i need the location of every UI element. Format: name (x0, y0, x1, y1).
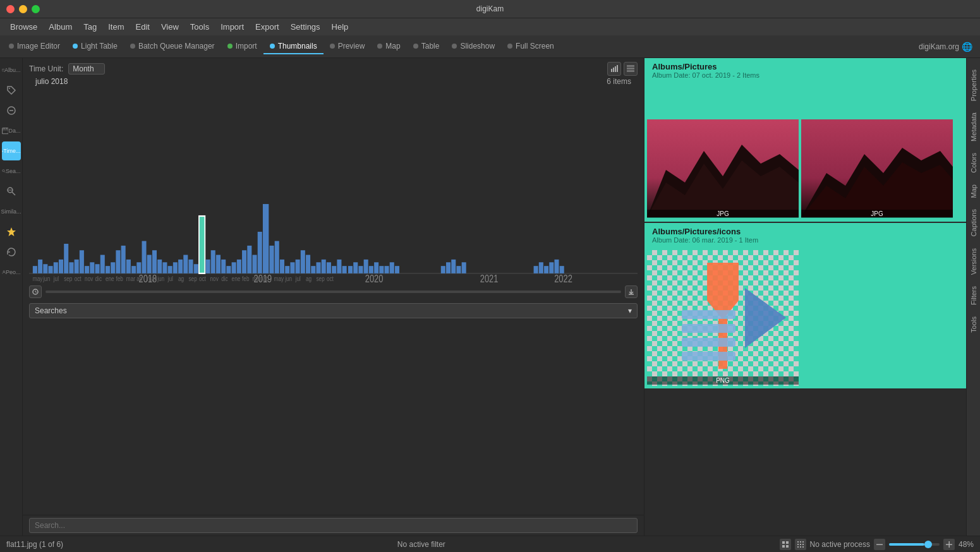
rs-tab-captions[interactable]: Captions (967, 204, 980, 241)
svg-rect-92 (342, 266, 347, 273)
svg-rect-89 (327, 262, 331, 273)
tab-preview-label: Preview (338, 42, 365, 51)
status-icon-1[interactable] (780, 539, 791, 550)
menu-tools[interactable]: Tools (185, 21, 214, 33)
searches-dropdown[interactable]: Searches ▾ (29, 303, 638, 318)
menu-edit[interactable]: Edit (130, 21, 154, 33)
svg-rect-75 (252, 255, 257, 273)
menu-item[interactable]: Item (103, 21, 129, 33)
status-icon-2[interactable] (795, 539, 806, 550)
svg-rect-71 (232, 262, 236, 273)
rs-tab-versions[interactable]: Versions (967, 243, 980, 280)
chart-zoom-out-btn[interactable] (624, 62, 638, 76)
svg-text:jul: jul (295, 275, 301, 282)
tab-map[interactable]: Map (371, 39, 406, 54)
checkerboard-bg (647, 250, 799, 386)
menu-album[interactable]: Album (44, 21, 77, 33)
tab-fullscreen[interactable]: Full Screen (501, 39, 560, 54)
thumbnail-jpg-1[interactable]: JPG (647, 119, 799, 219)
timeline-prev-btn[interactable] (29, 285, 42, 298)
timeline-next-btn[interactable] (625, 285, 638, 298)
sidebar-item-similar[interactable]: Simila... (2, 202, 21, 221)
main-area: Albu... Da... Time... Sea... Simila... (0, 58, 980, 536)
maximize-button[interactable] (32, 5, 40, 13)
rs-tab-properties[interactable]: Properties (967, 64, 980, 106)
svg-text:may: may (33, 275, 43, 282)
status-zoom-out-btn[interactable] (874, 539, 885, 550)
tab-slideshow[interactable]: Slideshow (445, 39, 501, 54)
tab-import[interactable]: Import (221, 39, 263, 54)
status-filter: No active filter (70, 540, 773, 549)
svg-rect-97 (369, 266, 373, 273)
svg-rect-29 (627, 65, 634, 67)
svg-rect-46 (100, 255, 105, 273)
tab-image-editor[interactable]: Image Editor (3, 39, 66, 54)
time-unit-wrapper[interactable]: Month Week Year (68, 63, 105, 75)
sidebar-albums-label: Albu... (4, 68, 21, 74)
tab-dot (452, 44, 457, 49)
menu-help[interactable]: Help (327, 21, 354, 33)
app-title: digiKam (476, 4, 504, 13)
rs-tab-metadata[interactable]: Metadata (967, 107, 980, 147)
rs-tab-map[interactable]: Map (967, 179, 980, 203)
minimize-button[interactable] (19, 5, 27, 13)
menu-browse[interactable]: Browse (5, 21, 42, 33)
close-button[interactable] (6, 5, 15, 13)
menu-settings[interactable]: Settings (286, 21, 325, 33)
rs-tab-filters[interactable]: Filters (967, 281, 980, 310)
tab-batch-queue[interactable]: Batch Queue Manager (124, 39, 221, 54)
timeline-track[interactable] (45, 291, 621, 293)
search-input[interactable] (29, 518, 638, 533)
menu-view[interactable]: View (156, 21, 184, 33)
tab-table[interactable]: Table (407, 39, 446, 54)
svg-rect-74 (247, 246, 251, 273)
sidebar-item-tags[interactable] (2, 81, 21, 100)
download-icon (628, 289, 634, 295)
svg-text:2020: 2020 (365, 273, 384, 282)
svg-rect-100 (385, 266, 389, 273)
chart-area[interactable]: 2018 2019 2020 2021 2022 may jun jul sep… (23, 88, 644, 283)
svg-rect-64 (194, 264, 198, 273)
digikam-org-link[interactable]: digiKam.org 🌐 (919, 42, 977, 52)
menu-export[interactable]: Export (250, 21, 284, 33)
rs-tab-tools[interactable]: Tools (967, 311, 980, 338)
tab-light-table[interactable]: Light Table (66, 39, 124, 54)
sidebar-item-search2[interactable] (2, 182, 21, 201)
sidebar-item-favorites[interactable] (2, 222, 21, 241)
svg-rect-168 (800, 541, 801, 543)
sidebar-item-refresh[interactable] (2, 243, 21, 261)
time-unit-label: Time Unit: (29, 64, 63, 73)
zoom-thumb[interactable] (924, 541, 932, 548)
tab-thumbnails[interactable]: Thumbnails (263, 39, 324, 54)
globe-icon: 🌐 (962, 42, 972, 52)
sidebar-item-people[interactable]: Peo... (2, 263, 21, 282)
search-section: Searches ▾ (23, 301, 644, 321)
sidebar-item-albums[interactable]: Albu... (2, 61, 21, 80)
rs-tab-colors[interactable]: Colors (967, 148, 980, 178)
menu-tag[interactable]: Tag (78, 21, 102, 33)
sidebar-item-labels[interactable] (2, 101, 21, 120)
sidebar-item-search[interactable]: Sea... (2, 162, 21, 181)
sidebar-item-timeline[interactable]: Time... (2, 141, 21, 160)
svg-rect-101 (390, 262, 394, 273)
menu-import[interactable]: Import (215, 21, 249, 33)
items-count: 6 items (607, 77, 638, 87)
svg-rect-31 (627, 70, 634, 72)
time-unit-select[interactable]: Month Week Year (68, 63, 105, 75)
svg-rect-79 (275, 241, 279, 273)
sidebar-item-date[interactable]: Da... (2, 121, 21, 140)
svg-rect-33 (33, 266, 37, 273)
tab-dot (9, 44, 14, 49)
status-zoom-in-btn[interactable] (943, 539, 955, 550)
svg-rect-171 (800, 544, 801, 545)
svg-marker-158 (745, 288, 786, 348)
chart-zoom-in-btn[interactable] (607, 62, 621, 76)
toolbar: Image Editor Light Table Batch Queue Man… (0, 35, 980, 58)
tab-preview[interactable]: Preview (324, 39, 372, 54)
tab-dot (270, 44, 275, 49)
svg-text:2022: 2022 (554, 273, 572, 282)
svg-rect-93 (348, 266, 353, 273)
thumbnail-jpg-2[interactable]: JPG (801, 119, 953, 219)
thumbnail-png-1[interactable]: PNG (647, 250, 799, 386)
zoom-slider[interactable] (889, 543, 940, 546)
